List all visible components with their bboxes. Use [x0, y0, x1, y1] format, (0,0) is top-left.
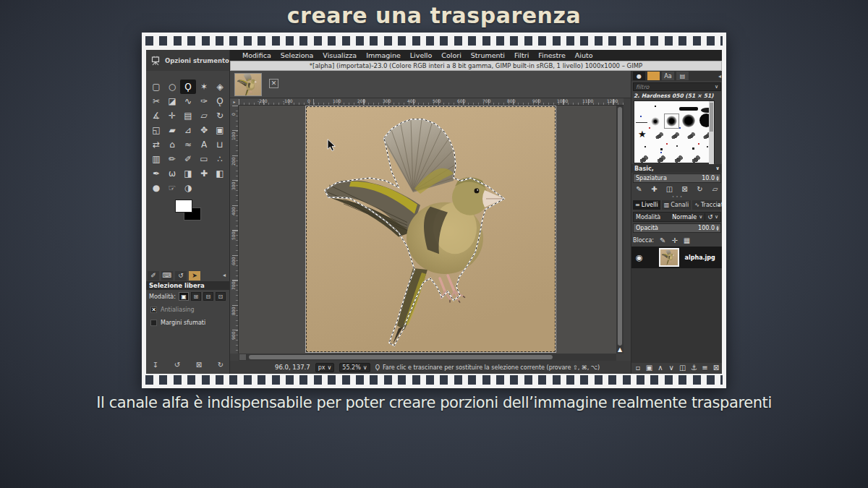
- tool-rectangle-select[interactable]: ▢: [148, 80, 164, 94]
- vertical-scrollbar[interactable]: [616, 106, 624, 354]
- lock-pixels-icon[interactable]: ✎: [660, 236, 665, 244]
- tool-gradient[interactable]: ▥: [148, 152, 164, 166]
- tool-paths[interactable]: ∿: [180, 94, 196, 108]
- tool-color-picker[interactable]: ✑: [196, 94, 212, 108]
- tab-tool-options[interactable]: ✐: [148, 271, 159, 281]
- tab-brushes[interactable]: ●: [633, 72, 645, 80]
- spinner-arrows[interactable]: ▲▼: [715, 176, 720, 181]
- delete-layer-button[interactable]: ⊠: [711, 363, 721, 372]
- unit-dropdown[interactable]: px∨: [315, 363, 335, 372]
- opacity-slider[interactable]: Opacità 100.0 ▲▼: [633, 223, 721, 233]
- dock-arrow-icon[interactable]: ◂: [223, 272, 226, 278]
- layer-mode-dropdown[interactable]: Normale: [672, 214, 697, 221]
- delete-brush-button[interactable]: ⊠: [678, 184, 691, 194]
- brush-thumbnail[interactable]: [686, 132, 696, 141]
- tool-foreground-select[interactable]: ◪: [164, 94, 180, 108]
- tool-clone[interactable]: ◨: [180, 166, 196, 181]
- brush-grid[interactable]: ★: [634, 100, 715, 163]
- antialiasing-checkbox[interactable]: ✕: [150, 307, 157, 313]
- lock-alpha-icon[interactable]: ▦: [684, 236, 690, 244]
- spacing-slider[interactable]: Spaziatura 10.0 ▲▼: [633, 174, 721, 183]
- tool-ellipse-select[interactable]: ○: [164, 80, 180, 94]
- panel-divider[interactable]: • • •: [631, 194, 722, 199]
- tool-rotate[interactable]: ↻: [212, 108, 228, 123]
- refresh-brushes-button[interactable]: ↻: [694, 184, 706, 194]
- mode-switch-button[interactable]: ↺∨: [705, 213, 720, 221]
- brush-thumbnail[interactable]: [655, 132, 664, 141]
- brush-grid-scrollbar[interactable]: [709, 101, 714, 164]
- tab-fonts[interactable]: Aa: [662, 72, 674, 80]
- raise-layer-button[interactable]: ∧: [655, 363, 665, 372]
- window-titlebar[interactable]: *[alpha] (importata)-23.0 (Colore RGB in…: [230, 61, 722, 71]
- zoom-dropdown[interactable]: 55.2%∨: [339, 363, 370, 372]
- tool-flip[interactable]: ⇄: [148, 137, 164, 152]
- canvas-viewport[interactable]: [239, 106, 616, 354]
- tab-canali[interactable]: ▥ Canali: [662, 200, 691, 210]
- scroll-up-icon[interactable]: ▲: [616, 346, 624, 354]
- menu-item[interactable]: Modifica: [242, 51, 271, 59]
- brush-thumbnail[interactable]: [671, 132, 680, 141]
- dock-arrow-icon[interactable]: ◂: [718, 73, 721, 80]
- layer-thumbnail[interactable]: [659, 248, 679, 267]
- brush-thumbnail[interactable]: [639, 155, 649, 165]
- tool-free-select[interactable]: Ϙ: [180, 80, 196, 94]
- tool-crop[interactable]: ▱: [196, 108, 212, 123]
- tool-zoom[interactable]: Ǫ: [212, 94, 228, 108]
- menu-item[interactable]: Aiuto: [575, 51, 593, 59]
- menu-item[interactable]: Livello: [410, 51, 433, 59]
- tab-undo-history[interactable]: ↺: [175, 271, 187, 281]
- ruler-origin-button[interactable]: ▸: [230, 98, 239, 106]
- brush-thumbnail[interactable]: [644, 146, 646, 147]
- brush-thumbnail[interactable]: [660, 148, 663, 150]
- vertical-ruler[interactable]: 0100200300400500600700800900: [230, 106, 239, 354]
- save-tool-preset-button[interactable]: ↧: [149, 361, 162, 371]
- tab-pointer[interactable]: ➤: [189, 271, 200, 281]
- tool-measure[interactable]: ∡: [148, 108, 164, 123]
- antialiasing-option[interactable]: ✕ Antialiasing: [150, 307, 195, 313]
- tool-3d-transform[interactable]: ▣: [212, 123, 228, 137]
- close-image-icon[interactable]: ✕: [269, 79, 278, 88]
- horizontal-scrollbar[interactable]: [239, 354, 616, 361]
- brush-thumbnail[interactable]: ★: [638, 129, 647, 139]
- edit-brush-button[interactable]: ✎: [633, 184, 645, 194]
- tab-device-status[interactable]: ⌨: [161, 271, 173, 281]
- brush-thumbnail[interactable]: [666, 116, 677, 127]
- brush-thumbnail[interactable]: [692, 147, 694, 150]
- feather-option[interactable]: Margini sfumati: [150, 320, 205, 326]
- brush-thumbnail[interactable]: [636, 122, 647, 123]
- brush-thumbnail[interactable]: [679, 107, 698, 111]
- tool-perspective[interactable]: ⊿: [180, 123, 196, 137]
- tool-warp-transform[interactable]: ≈: [180, 137, 196, 152]
- mode-subtract-button[interactable]: ⊟: [203, 292, 213, 301]
- tool-bucket-fill[interactable]: ⊔: [212, 137, 228, 152]
- tab-livelli[interactable]: ≡ Livelli: [633, 200, 660, 210]
- layer-row[interactable]: ◉ alpha.jpg: [631, 247, 722, 268]
- new-group-button[interactable]: ▣: [644, 363, 654, 372]
- brush-thumbnail[interactable]: [655, 106, 656, 107]
- tool-smudge[interactable]: ☞: [164, 181, 180, 195]
- new-brush-button[interactable]: ✚: [648, 184, 660, 194]
- brush-thumbnail[interactable]: [673, 155, 684, 165]
- tool-blur-sharpen[interactable]: ●: [148, 181, 164, 195]
- visibility-eye-icon[interactable]: ◉: [636, 253, 643, 262]
- tool-scale[interactable]: ◱: [148, 123, 164, 137]
- menu-item[interactable]: Finestre: [538, 51, 566, 59]
- tool-handle-transform[interactable]: ✥: [196, 123, 212, 137]
- tool-fuzzy-select[interactable]: ✶: [196, 80, 212, 94]
- brush-thumbnail[interactable]: [676, 145, 678, 147]
- tool-select-by-color[interactable]: ◈: [212, 80, 228, 94]
- brush-thumbnail[interactable]: [682, 114, 695, 127]
- menu-item[interactable]: Strumenti: [471, 51, 505, 59]
- feather-checkbox[interactable]: [150, 320, 157, 326]
- brush-group-dropdown[interactable]: Basic, ∨: [631, 164, 722, 173]
- tool-paintbrush[interactable]: ✐: [180, 152, 196, 166]
- image-tab-thumbnail[interactable]: [234, 73, 262, 96]
- lock-position-icon[interactable]: ✛: [671, 236, 677, 244]
- reset-tool-options-button[interactable]: ↻: [214, 361, 227, 371]
- duplicate-brush-button[interactable]: ◫: [663, 184, 676, 194]
- menu-item[interactable]: Immagine: [366, 51, 401, 59]
- tool-scissors-select[interactable]: ✂: [148, 94, 164, 108]
- delete-tool-preset-button[interactable]: ⊠: [192, 361, 205, 371]
- brush-thumbnail[interactable]: [707, 146, 708, 147]
- menu-item[interactable]: Visualizza: [323, 51, 357, 59]
